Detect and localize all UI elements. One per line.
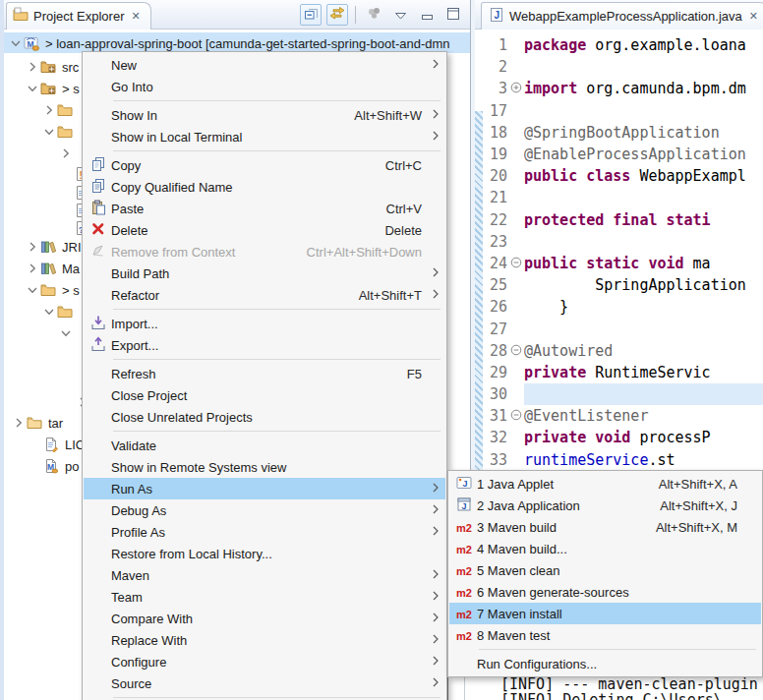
line-number: 27 [483,321,510,338]
line-number: 23 [483,233,510,251]
menu-arrow-icon [432,130,440,145]
folder-open-icon [27,415,44,431]
line-number: 33 [483,451,510,469]
m2-icon: m2 [456,563,472,578]
menu-item-delete[interactable]: Delete Delete [84,219,445,241]
minimize-button[interactable] [416,4,438,26]
link-editor-icon [329,7,345,23]
context-menu: New Go Into Show In Alt+Shift+W Show in … [82,51,447,700]
code-line-2: 2 [483,56,763,78]
line-number: 3 [483,80,510,97]
menu-item-copy-qualified-name[interactable]: Copy Qualified Name [84,176,445,198]
menu-item-team[interactable]: Team [84,586,445,608]
java-applet-icon: J [456,475,472,494]
menu-item-build-path[interactable]: Build Path [84,262,445,284]
menu-separator [113,431,440,432]
eclipse-window: Project Explorer ✕ M> loan-approval-spri… [0,0,763,700]
menu-item-refactor[interactable]: Refactor Alt+Shift+T [84,284,445,306]
line-number: 22 [483,211,510,229]
menu-item-maven[interactable]: Maven [84,564,445,586]
submenu-item-4-maven-build[interactable]: m2 4 Maven build... [449,538,761,559]
menu-item-validate[interactable]: Validate [84,435,445,456]
collapse-all-button[interactable] [300,4,322,26]
submenu-item-8-maven-test[interactable]: m2 8 Maven test [449,624,761,646]
package-folder-icon [40,81,58,96]
code-line-29: 29 private RuntimeServic [483,362,763,383]
menu-item-configure[interactable]: Configure [84,651,445,672]
menu-item-compare-with[interactable]: Compare With [84,608,445,629]
menu-item-remove-from-context[interactable]: Remove from Context Ctrl+Alt+Shift+Down [84,241,445,262]
java-application-icon: J [456,496,472,515]
menu-arrow-icon [432,482,440,496]
menu-item-copy[interactable]: Copy Ctrl+C [84,154,445,176]
menu-item-export[interactable]: Export... [84,334,445,356]
maximize-icon [447,8,459,23]
copy-qualified-icon [90,178,106,197]
line-number: 26 [483,298,510,316]
view-toolbar [300,3,464,27]
m2-icon: m2 [456,607,472,621]
console-scrollbar[interactable] [464,676,465,700]
submenu-item-1-java-applet[interactable]: J 1 Java Applet Alt+Shift+X, A [449,473,761,495]
menu-item-paste[interactable]: Paste Ctrl+V [84,198,445,219]
menu-separator [113,100,440,101]
menu-item-close-project[interactable]: Close Project [84,384,445,406]
menu-arrow-icon [432,266,440,281]
line-number: 25 [483,276,510,294]
code-line-28: 28 @Autowired [483,340,763,362]
maximize-button[interactable] [442,4,464,26]
fold-plus-icon [510,80,522,97]
tree-item-loan-approval-spring-boot-camunda-get-started-spring-boot-and-dmn[interactable]: M> loan-approval-spring-boot [camunda-ge… [4,33,470,53]
delete-icon [90,221,106,240]
view-tab-label: Project Explorer [33,9,124,24]
focus-icon [367,6,382,24]
menu-item-debug-as[interactable]: Debug As [84,499,445,521]
code-line-23: 23 [483,231,763,253]
submenu-item-2-java-application[interactable]: J 2 Java Application Alt+Shift+X, J [449,495,761,516]
editor-tab-close-icon[interactable]: ✕ [747,10,760,23]
menu-item-restore-from-local-history[interactable]: Restore from Local History... [84,543,445,564]
menu-item-refresh[interactable]: Refresh F5 [84,363,445,384]
submenu-item-6-maven-generate-sources[interactable]: m2 6 Maven generate-sources [449,581,761,603]
view-menu-button[interactable] [389,4,411,26]
code-line-18: 18 @SpringBootApplication [483,122,763,144]
menu-item-run-as[interactable]: Run As [84,478,445,499]
editor-tab-label: WebappExampleProcessApplication.java [509,9,742,24]
code-line-27: 27 [483,318,763,339]
tab-editor-file[interactable]: J WebappExampleProcessApplication.java ✕ [481,2,763,29]
menu-item-close-unrelated-projects[interactable]: Close Unrelated Projects [84,406,445,428]
menu-item-import[interactable]: Import... [84,313,445,334]
menu-item-show-in-remote-systems-view[interactable]: Show in Remote Systems view [84,456,445,478]
menu-arrow-icon [432,655,440,670]
paste-icon [90,200,106,218]
menu-item-show-in-local-terminal[interactable]: Show in Local Terminal [84,126,445,147]
menu-item-profile-as[interactable]: Profile As [84,521,445,543]
view-tab-close-icon[interactable]: ✕ [129,10,142,23]
menu-separator [113,359,440,360]
menu-item-go-into[interactable]: Go Into [84,76,445,97]
tab-project-explorer[interactable]: Project Explorer ✕ [6,2,151,29]
code-line-33: 33 runtimeService.st [483,449,763,471]
import-icon [90,315,106,333]
submenu-item-3-maven-build[interactable]: m2 3 Maven build Alt+Shift+X, M [449,516,761,538]
fold-minus-icon [510,342,522,360]
submenu-item-5-maven-clean[interactable]: m2 5 Maven clean [449,559,761,581]
folder-icon [57,102,75,118]
code-line-30: 30 [483,383,763,405]
menu-item-new[interactable]: New [84,54,445,76]
project-explorer-icon [13,7,29,26]
focus-button[interactable] [363,4,384,26]
line-number: 29 [483,364,510,381]
submenu-item-run-configurations[interactable]: Run Configurations... [449,653,761,674]
maven-project-icon: M [24,35,41,51]
line-number: 1 [483,36,510,54]
console-line: [INFO] Deleting C:\Users\ [448,692,763,700]
submenu-item-7-maven-install[interactable]: m2 7 Maven install [449,603,761,624]
menu-item-show-in[interactable]: Show In Alt+Shift+W [84,104,445,126]
menu-item-source[interactable]: Source [84,672,445,694]
code-line-22: 22 protected final stati [483,209,763,231]
fold-minus-icon [510,407,522,425]
link-editor-button[interactable] [326,4,348,26]
menu-item-replace-with[interactable]: Replace With [84,629,445,651]
copy-icon [90,156,106,175]
